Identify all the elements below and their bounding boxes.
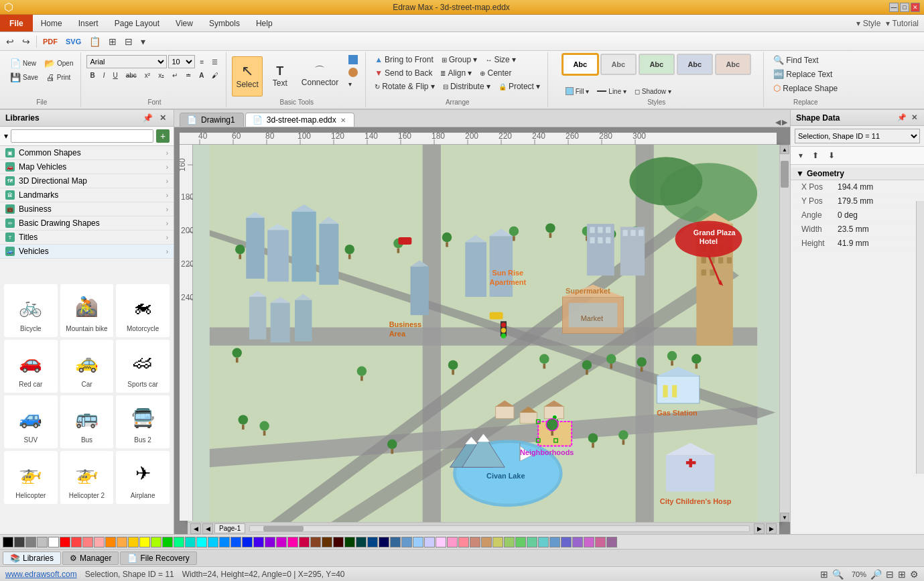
titlebar-controls[interactable]: — □ ✕: [889, 3, 920, 12]
protect-btn[interactable]: 🔒 Protect ▾: [495, 80, 543, 92]
swatch-blue[interactable]: [230, 537, 241, 547]
shape-cell-helicopter[interactable]: 🚁 Helicopter: [4, 451, 58, 504]
center-btn[interactable]: ⊕ Center: [476, 67, 515, 79]
swatch-lavender[interactable]: [424, 537, 435, 547]
swatch-purple[interactable]: [265, 537, 275, 547]
swatch-mint[interactable]: [515, 537, 526, 547]
menu-file[interactable]: File: [0, 15, 33, 31]
swatch-peach[interactable]: [447, 537, 458, 547]
tab-drawing1[interactable]: 📄 Drawing1: [180, 113, 244, 127]
shadow-btn[interactable]: ◻ Shadow ▾: [631, 86, 675, 96]
sd-import-btn[interactable]: ⬆: [808, 149, 823, 162]
hscroll-track[interactable]: [249, 525, 750, 532]
style-link[interactable]: ▾ Style: [856, 19, 880, 28]
lib-item-business[interactable]: 💼 Business ›: [0, 202, 174, 216]
qat-btn3[interactable]: 📋: [86, 34, 104, 49]
shape-id-select[interactable]: Selection, Shape ID = 11: [795, 129, 920, 143]
hscroll-thumb[interactable]: [263, 526, 304, 531]
font-color-btn[interactable]: A: [196, 70, 207, 80]
sub-btn[interactable]: x₂: [155, 70, 168, 80]
swatch-lilac[interactable]: [436, 537, 446, 547]
qat-svg[interactable]: SVG: [62, 36, 84, 48]
swatch-indigo[interactable]: [561, 537, 572, 547]
lib-close-btn[interactable]: ✕: [157, 113, 168, 123]
vscroll-down[interactable]: ▼: [780, 513, 789, 522]
menu-insert[interactable]: Insert: [70, 16, 107, 31]
menu-page-layout[interactable]: Page Layout: [107, 16, 168, 31]
align-left-btn[interactable]: ≡: [196, 57, 207, 67]
qat-pdf[interactable]: PDF: [40, 36, 61, 48]
canvas-container[interactable]: 40 60 80 100 120 140 160: [174, 127, 790, 534]
align-center-btn[interactable]: ≐: [182, 70, 194, 80]
swatch-teal[interactable]: [185, 537, 196, 547]
shape-cell-bus2[interactable]: 🚍 Bus 2: [116, 395, 170, 448]
sd-pin-btn[interactable]: 📌: [896, 113, 908, 123]
lib-item-landmarks[interactable]: 🏛 Landmarks ›: [0, 188, 174, 202]
swatch-cyan[interactable]: [196, 537, 207, 547]
fill-btn[interactable]: Fill ▾: [562, 86, 593, 96]
swatch-mblue[interactable]: [401, 537, 412, 547]
tab-3d-street-map[interactable]: 📄 3d-street-map.eddx ✕: [245, 113, 354, 127]
font-name-select[interactable]: Arial: [86, 55, 167, 68]
swatch-navy[interactable]: [379, 537, 389, 547]
geometry-section-header[interactable]: ▼ Geometry: [791, 168, 924, 180]
swatch-violet[interactable]: [253, 537, 264, 547]
style-box-2[interactable]: Abc: [600, 54, 637, 75]
zoom-in-btn[interactable]: 🔎: [870, 569, 882, 580]
shape-cell-bicycle[interactable]: 🚲 Bicycle: [4, 284, 58, 337]
tab-file-recovery[interactable]: 📄 File Recovery: [120, 552, 196, 565]
vertical-scrollbar[interactable]: ▲ ▼: [779, 145, 790, 522]
zoom-out-btn[interactable]: 🔍: [832, 569, 844, 580]
fit-page-btn[interactable]: ⊞: [820, 569, 828, 580]
swatch-tan[interactable]: [481, 537, 492, 547]
tutorial-link[interactable]: ▾ Tutorial: [886, 19, 919, 28]
list-btn[interactable]: ☰: [208, 57, 221, 67]
italic-btn[interactable]: I: [100, 70, 109, 80]
hscroll-left[interactable]: ◀: [190, 523, 201, 534]
lib-item-map-vehicles[interactable]: 🚗 Map Vehicles ›: [0, 160, 174, 174]
swatch-salmon[interactable]: [458, 537, 469, 547]
shape-cell-airplane[interactable]: ✈ Airplane: [116, 451, 170, 504]
website-link[interactable]: www.edrawsoft.com: [5, 570, 77, 579]
swatch-green[interactable]: [162, 537, 173, 547]
style-box-5[interactable]: Abc: [715, 54, 751, 75]
lib-pin-btn[interactable]: 📌: [141, 113, 155, 123]
qat-table[interactable]: ⊟: [121, 34, 136, 49]
swatch-dblue[interactable]: [242, 537, 253, 547]
swatch-lred[interactable]: [71, 537, 82, 547]
tab-scroll-left[interactable]: ◀: [775, 118, 781, 127]
tab-manager[interactable]: ⚙ Manager: [62, 552, 119, 565]
swatch-olive[interactable]: [504, 537, 515, 547]
lib-item-basic-drawing[interactable]: ✏ Basic Drawing Shapes ›: [0, 216, 174, 231]
swatch-rose[interactable]: [595, 537, 606, 547]
horizontal-scrollbar[interactable]: ◀ ◀ Page-1 ▶ ▶: [188, 522, 779, 534]
style-box-1[interactable]: Abc: [562, 54, 598, 75]
swatch-dbrown[interactable]: [322, 537, 332, 547]
find-text-btn[interactable]: 🔍 Find Text: [770, 54, 821, 66]
replace-text-btn[interactable]: 🔤 Replace Text: [770, 68, 836, 80]
grid-btn[interactable]: ⊞: [898, 569, 906, 580]
hscroll-right[interactable]: ▶: [766, 523, 777, 534]
select-tool-btn[interactable]: ↖ Select: [232, 56, 262, 96]
super-btn[interactable]: x²: [141, 70, 153, 80]
swatch-brown[interactable]: [310, 537, 321, 547]
vscroll-up[interactable]: ▲: [780, 145, 789, 154]
swatch-magenta[interactable]: [276, 537, 287, 547]
swatch-dteal[interactable]: [356, 537, 367, 547]
tab-3d-close[interactable]: ✕: [340, 117, 346, 124]
page-1-btn[interactable]: Page-1: [214, 523, 245, 533]
rect-btn[interactable]: [345, 54, 361, 66]
qat-undo[interactable]: ↩: [3, 34, 17, 49]
swatch-dnavy[interactable]: [367, 537, 378, 547]
swatch-cornblue[interactable]: [549, 537, 560, 547]
swatch-dgreen[interactable]: [344, 537, 355, 547]
menu-home[interactable]: Home: [33, 16, 70, 31]
indent-btn[interactable]: ↵: [169, 70, 181, 80]
file-open-btn[interactable]: 📂 Open: [41, 57, 76, 70]
swatch-crimson[interactable]: [299, 537, 310, 547]
swatch-hotpink[interactable]: [287, 537, 298, 547]
shape-cell-motorcycle[interactable]: 🏍 Motorcycle: [116, 284, 170, 337]
swatch-red[interactable]: [60, 537, 70, 547]
connector-tool-btn[interactable]: ⌒ Connector: [298, 56, 342, 96]
sd-close-btn[interactable]: ✕: [910, 113, 919, 123]
